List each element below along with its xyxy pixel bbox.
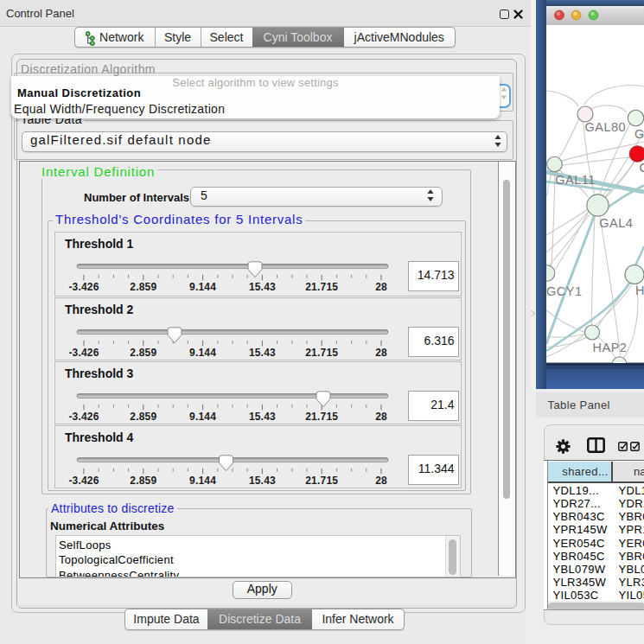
svg-text:2.859: 2.859: [130, 410, 156, 422]
svg-text:9.144: 9.144: [189, 346, 216, 358]
svg-text:21.715: 21.715: [305, 280, 338, 292]
svg-text:21.715: 21.715: [305, 346, 338, 358]
svg-text:2.859: 2.859: [130, 474, 156, 486]
svg-text:9.144: 9.144: [189, 410, 216, 422]
svg-text:HIS4: HIS4: [635, 284, 644, 297]
svg-text:HAP2: HAP2: [593, 341, 628, 354]
svg-text:CD: CD: [640, 161, 644, 175]
svg-text:28: 28: [375, 346, 387, 358]
svg-text:15.43: 15.43: [249, 346, 276, 358]
svg-text:GCY1: GCY1: [546, 284, 583, 298]
svg-text:GAL3: GAL3: [634, 127, 644, 141]
svg-text:21.715: 21.715: [305, 474, 338, 486]
svg-text:-3.426: -3.426: [68, 280, 99, 292]
svg-text:GAL4: GAL4: [599, 216, 633, 230]
svg-text:2.859: 2.859: [130, 346, 156, 358]
svg-text:28: 28: [375, 474, 387, 486]
svg-text:9.144: 9.144: [189, 474, 216, 486]
svg-text:-3.426: -3.426: [68, 410, 99, 422]
svg-text:15.43: 15.43: [249, 280, 276, 292]
svg-text:21.715: 21.715: [305, 410, 338, 422]
svg-text:GAL11: GAL11: [555, 173, 596, 187]
svg-text:15.43: 15.43: [249, 474, 276, 486]
svg-text:28: 28: [375, 280, 387, 292]
svg-text:-3.426: -3.426: [68, 346, 99, 358]
svg-text:2.859: 2.859: [130, 280, 156, 292]
svg-text:15.43: 15.43: [249, 410, 276, 422]
svg-text:-3.426: -3.426: [68, 474, 99, 486]
svg-text:GAL80: GAL80: [585, 120, 627, 134]
svg-text:9.144: 9.144: [189, 280, 216, 292]
svg-text:28: 28: [375, 410, 387, 422]
